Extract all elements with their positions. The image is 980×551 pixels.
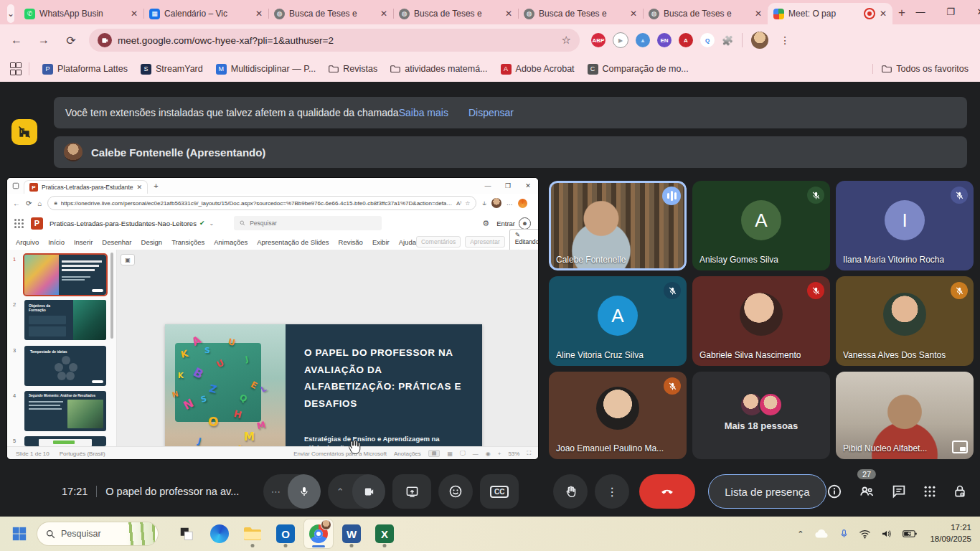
powerpoint-logo[interactable]: P [31, 217, 43, 230]
mic-options-icon[interactable]: ⋯ [263, 486, 288, 497]
edge-taskbar-icon[interactable] [205, 519, 234, 548]
raise-hand-button[interactable] [553, 474, 588, 509]
ppt-menu-item[interactable]: Arquivo [16, 238, 39, 246]
hang-up-button[interactable] [639, 474, 695, 509]
attendance-list-button[interactable]: Lista de presença [708, 474, 826, 509]
edge-copilot-icon[interactable] [518, 199, 527, 208]
tab-close-icon[interactable]: ✕ [505, 9, 512, 19]
slide-thumbnail[interactable] [24, 255, 106, 295]
host-controls-lock-icon[interactable] [953, 484, 967, 499]
ppt-search-box[interactable]: Pesquisar [234, 216, 382, 230]
comments-button[interactable]: Comentários [416, 236, 461, 248]
bookmark-item[interactable]: SStreamYard [141, 64, 203, 75]
shield-icon[interactable]: ▶ [613, 32, 628, 48]
adblock-plus-icon[interactable]: ABP [591, 33, 606, 47]
edge-restore-button[interactable]: ❐ [498, 182, 518, 189]
feedback-link[interactable]: Enviar Comentários para a Microsoft [293, 451, 387, 457]
camera-button-group[interactable]: ⌃ [328, 474, 385, 509]
info-icon[interactable] [826, 484, 842, 499]
browser-tab[interactable]: ▦Calendário – Vic✕ [143, 3, 268, 24]
edge-home-icon[interactable]: ⌂ [37, 199, 42, 207]
edge-active-tab[interactable]: P Praticas-Letradas-para-Estudante ✕ [24, 180, 148, 194]
onedrive-cloud-icon[interactable] [814, 529, 829, 539]
slide-counter[interactable]: Slide 1 de 10 [16, 451, 50, 457]
edge-profile-avatar[interactable] [491, 198, 501, 208]
bookmark-item[interactable]: AAdobe Acrobat [501, 64, 575, 75]
tab-close-icon[interactable]: ✕ [131, 9, 138, 19]
apps-grid-icon[interactable] [10, 62, 20, 75]
slide-thumbnail[interactable]: Objetivos da Formação [24, 300, 106, 340]
mic-in-use-icon[interactable] [839, 528, 849, 540]
zoom-out-icon[interactable]: — [473, 451, 479, 457]
grid-view-icon[interactable]: ▦ [447, 451, 453, 457]
arrow-extension-icon[interactable]: ▲ [636, 33, 650, 47]
browser-tab[interactable]: Meet: O pap✕ [768, 3, 892, 24]
ppt-menu-item[interactable]: Animações [214, 238, 248, 246]
taskbar-search-input[interactable]: Pesquisar [37, 522, 158, 545]
reactions-smiley-icon[interactable] [438, 474, 473, 509]
zoom-in-icon[interactable]: + [498, 451, 501, 457]
participant-tile[interactable]: Mais 18 pessoas [692, 372, 830, 459]
title-chevron-icon[interactable]: ⌄ [209, 220, 214, 227]
acrobat-extension-icon[interactable]: A [679, 33, 693, 47]
notes-view-icon[interactable]: ▤ [428, 450, 440, 457]
document-title[interactable]: Praticas-Letradas-para-Estudantes-Nao-Le… [50, 220, 197, 227]
extensions-puzzle-icon[interactable]: 🧩 [722, 35, 733, 46]
tab-search-chevron-icon[interactable]: ⌄ [7, 4, 14, 23]
participant-tile[interactable]: IIlana Maria Vitorino Rocha [836, 181, 974, 270]
slide-thumbnail[interactable] [24, 436, 106, 446]
ppt-menu-item[interactable]: Revisão [339, 238, 363, 246]
browser-tab[interactable]: ◍Busca de Teses e✕ [518, 3, 643, 24]
close-button[interactable]: ✕ [966, 0, 980, 24]
tray-chevron-icon[interactable]: ⌃ [797, 529, 804, 539]
office-apps-grid-icon[interactable] [14, 219, 24, 228]
participant-tile[interactable]: AAnislay Gomes Silva [692, 181, 830, 270]
participant-tile[interactable]: AAline Vitoria Cruz Silva [549, 276, 687, 366]
dismiss-link[interactable]: Dispensar [468, 107, 514, 118]
volume-icon[interactable] [881, 529, 892, 539]
ppt-menu-item[interactable]: Design [141, 238, 163, 246]
new-tab-button[interactable]: + [898, 6, 905, 20]
all-favorites[interactable]: Todos os favoritos [872, 64, 969, 74]
url-bar[interactable]: meet.google.com/owc-hyee-xaf?pli=1&authu… [89, 29, 580, 52]
read-aloud-icon[interactable]: A⁾ [456, 200, 461, 207]
participant-tile[interactable]: Gabriele Silva Nascimento [692, 276, 830, 366]
picture-in-picture-icon[interactable] [952, 441, 968, 453]
bookmark-item[interactable]: MMultidisciplinar — P... [216, 64, 316, 75]
edge-tab-close-icon[interactable]: ✕ [137, 184, 143, 191]
language-status[interactable]: Português (Brasil) [60, 451, 105, 457]
start-button[interactable] [11, 526, 27, 542]
participant-tile[interactable]: Pibid Nucleo Alfabet... [836, 372, 974, 459]
edge-menu-icon[interactable]: … [507, 199, 513, 207]
edge-refresh-icon[interactable]: ⟳ [26, 199, 32, 207]
ppt-menu-item[interactable]: Início [48, 238, 65, 246]
ppt-menu-item[interactable]: Transições [171, 238, 204, 246]
settings-gear-icon[interactable]: ⚙ [482, 219, 489, 228]
bookmark-item[interactable]: CComparação de mo... [588, 64, 689, 75]
browser-tab[interactable]: ◍Busca de Teses e✕ [393, 3, 518, 24]
tab-close-icon[interactable]: ✕ [380, 9, 387, 19]
camera-in-use-icon[interactable] [98, 33, 112, 47]
zoom-slider[interactable]: ◉ [486, 451, 491, 457]
bookmark-star-icon[interactable]: ☆ [562, 34, 571, 47]
captions-button[interactable]: CC [480, 474, 519, 509]
bookmark-item[interactable]: Revistas [329, 64, 377, 74]
chrome-taskbar-icon[interactable] [304, 519, 333, 548]
mic-button-group[interactable]: ⋯ [263, 474, 321, 509]
main-slide[interactable]: AKSUBUJKZENSOHQLNMJFWM O PAPEL DO PROFES… [165, 324, 482, 446]
file-explorer-icon[interactable] [238, 519, 267, 548]
thumbnail-scrollbar[interactable] [110, 253, 113, 339]
camera-icon[interactable] [352, 474, 385, 509]
slide-thumbnail[interactable]: Segundo Momento: Análise de Resultados [24, 391, 106, 431]
bookmark-item[interactable]: PPlataforma Lattes [42, 64, 128, 75]
minimize-button[interactable]: — [905, 0, 936, 24]
browser-tab[interactable]: ✆WhatsApp Busin✕ [19, 3, 143, 24]
forward-icon[interactable]: → [33, 29, 55, 51]
ppt-menu-item[interactable]: Ajuda [399, 238, 416, 246]
task-view-icon[interactable] [172, 519, 201, 548]
ppt-menu-item[interactable]: Desenhar [102, 238, 131, 246]
tab-close-icon[interactable]: ✕ [630, 9, 637, 19]
participant-tile[interactable]: Joao Emanuel Paulino Ma... [549, 372, 687, 459]
activities-grid-icon[interactable] [923, 484, 937, 499]
profile-avatar[interactable] [751, 32, 768, 49]
